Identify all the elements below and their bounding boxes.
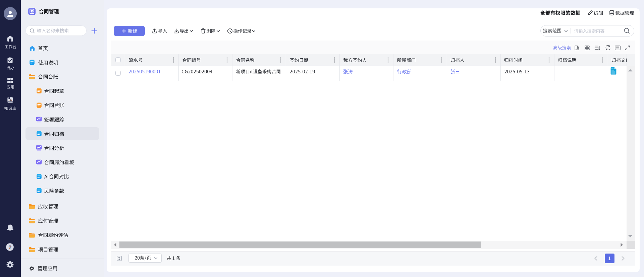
svg-text:AI: AI xyxy=(9,99,12,102)
svg-text:?: ? xyxy=(9,244,12,250)
